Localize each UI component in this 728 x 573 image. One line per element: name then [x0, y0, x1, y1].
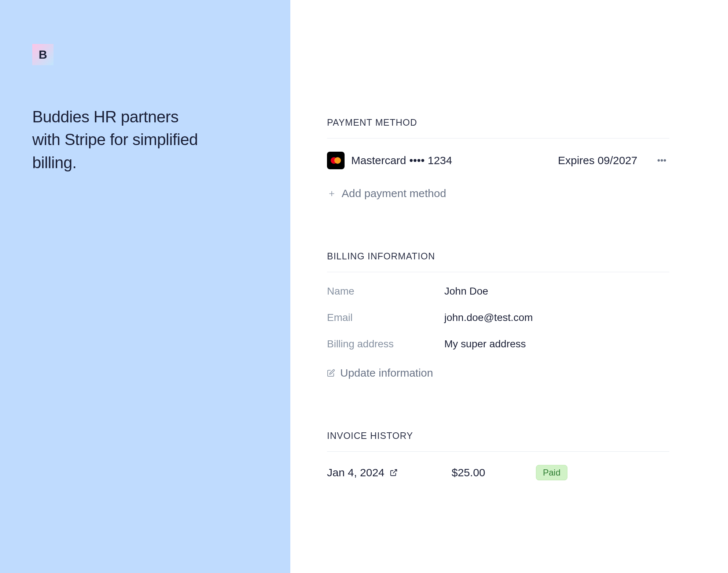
card-more-button[interactable]: ••• [654, 153, 669, 168]
divider [327, 451, 669, 452]
expires-label: Expires [558, 154, 595, 166]
expires-value: 09/2027 [598, 154, 637, 166]
add-payment-method-button[interactable]: ＋ Add payment method [327, 187, 446, 200]
brand-logo: B [32, 44, 54, 65]
invoice-date: Jan 4, 2024 [327, 466, 385, 479]
divider [327, 272, 669, 272]
invoice-amount: $25.00 [452, 466, 536, 479]
more-horizontal-icon: ••• [657, 155, 666, 165]
update-information-label: Update information [340, 367, 433, 379]
address-label: Billing address [327, 338, 444, 350]
billing-info-grid: Name John Doe Email john.doe@test.com Bi… [327, 285, 669, 350]
main-content: PAYMENT METHOD Mastercard •••• 1234 Expi… [290, 0, 728, 573]
billing-info-title: BILLING INFORMATION [327, 251, 669, 262]
external-link-icon [390, 469, 398, 477]
name-value: John Doe [444, 285, 669, 297]
card-brand: Mastercard [351, 154, 406, 166]
plus-icon: ＋ [327, 187, 337, 200]
update-information-button[interactable]: Update information [327, 367, 433, 379]
payment-card-row: Mastercard •••• 1234 Expires 09/2027 ••• [327, 152, 669, 169]
address-value: My super address [444, 338, 669, 350]
add-payment-label: Add payment method [342, 187, 446, 200]
invoice-status-badge: Paid [536, 465, 567, 480]
invoice-history-title: INVOICE HISTORY [327, 430, 669, 441]
invoice-date-link[interactable]: Jan 4, 2024 [327, 466, 452, 479]
mastercard-icon [327, 152, 345, 169]
invoice-row: Jan 4, 2024 $25.00 Paid [327, 465, 669, 480]
email-value: john.doe@test.com [444, 312, 669, 324]
payment-method-section: PAYMENT METHOD Mastercard •••• 1234 Expi… [327, 117, 669, 200]
brand-logo-letter: B [38, 48, 47, 62]
card-expiry: Expires 09/2027 [558, 154, 637, 167]
name-label: Name [327, 285, 444, 297]
card-description: Mastercard •••• 1234 [351, 154, 551, 167]
svg-line-0 [393, 470, 397, 473]
sidebar-heading: Buddies HR partners with Stripe for simp… [32, 106, 199, 174]
card-dots: •••• [409, 154, 424, 166]
edit-icon [327, 369, 335, 377]
divider [327, 138, 669, 138]
card-last4: 1234 [428, 154, 452, 166]
billing-info-section: BILLING INFORMATION Name John Doe Email … [327, 251, 669, 379]
email-label: Email [327, 312, 444, 324]
sidebar: B Buddies HR partners with Stripe for si… [0, 0, 290, 573]
invoice-history-section: INVOICE HISTORY Jan 4, 2024 $25.00 Paid [327, 430, 669, 480]
payment-method-title: PAYMENT METHOD [327, 117, 669, 128]
